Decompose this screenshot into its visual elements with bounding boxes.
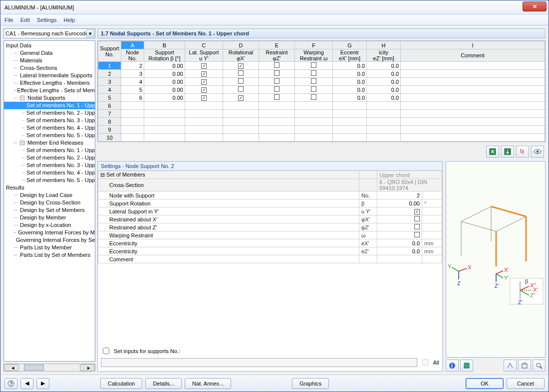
checkbox-icon[interactable]: ✓ <box>201 79 207 85</box>
view-2-icon[interactable] <box>518 360 531 372</box>
nav-tree[interactable]: Input Data General Data Materials Cross-… <box>3 40 95 362</box>
all-checkbox[interactable] <box>422 359 429 366</box>
col-H[interactable]: H <box>367 41 401 49</box>
tree-results[interactable]: Results <box>4 184 95 192</box>
col-G[interactable]: G <box>333 41 367 49</box>
graphics-button[interactable]: Graphics <box>292 378 329 389</box>
col-E[interactable]: E <box>259 41 295 49</box>
checkbox-icon[interactable] <box>274 86 279 92</box>
checkbox-icon[interactable] <box>238 78 244 84</box>
tree-input-data[interactable]: Input Data <box>4 42 95 49</box>
property-grid[interactable]: ⊟ Set of MembersUpper chord Cross-Sectio… <box>98 171 442 263</box>
tree-lis[interactable]: Lateral Intermediate Supports <box>4 72 95 79</box>
model-preview[interactable]: X Y Z X' Y' Z' <box>446 161 546 358</box>
checkbox-icon[interactable] <box>414 224 420 229</box>
chevron-down-icon[interactable]: ▾ <box>86 29 94 37</box>
tree-mer4[interactable]: Set of members No. 4 - Upp <box>4 169 95 177</box>
table-row[interactable]: 10 <box>98 134 545 142</box>
tree-ns3[interactable]: Set of members No. 3 - Upp <box>4 117 95 124</box>
excel-import-icon[interactable] <box>501 146 514 158</box>
table-row[interactable]: 120.00✓✓0.00.0 <box>98 62 545 70</box>
view-1-icon[interactable] <box>504 360 517 372</box>
checkbox-icon[interactable] <box>274 78 279 84</box>
table-row[interactable]: 9 <box>98 126 545 134</box>
checkbox-icon[interactable]: ✓ <box>414 209 420 214</box>
tree-r4[interactable]: Design by Member <box>4 214 95 221</box>
tree-eff-sets[interactable]: Effective Lengths - Sets of Mem <box>4 87 95 94</box>
set-inputs-field[interactable] <box>101 358 417 367</box>
checkbox-icon[interactable] <box>274 70 279 76</box>
checkbox-icon[interactable] <box>274 94 279 100</box>
table-row[interactable]: 340.00✓0.00.0 <box>98 78 545 86</box>
col-I[interactable]: I <box>401 41 545 49</box>
tree-r7[interactable]: Governing Internal Forces by Se <box>4 236 95 244</box>
scroll-thumb[interactable] <box>24 365 44 371</box>
prop-row[interactable]: Warping Restraintω <box>98 231 442 239</box>
checkbox-icon[interactable]: ✓ <box>201 71 207 77</box>
tree-ns1[interactable]: Set of members No. 1 - Upp <box>4 102 95 109</box>
table-row[interactable]: 6 <box>98 102 545 110</box>
checkbox-icon[interactable] <box>311 62 316 68</box>
checkbox-icon[interactable] <box>311 70 316 76</box>
checkbox-icon[interactable] <box>414 216 420 221</box>
tree-mer[interactable]: −Member End Releases <box>4 139 95 147</box>
scroll-left-icon[interactable]: ◂ <box>4 364 19 371</box>
set-inputs-checkbox[interactable] <box>103 348 109 354</box>
details-button[interactable]: Details... <box>145 378 182 389</box>
tree-cross-sections[interactable]: Cross-Sections <box>4 64 95 72</box>
tree-general-data[interactable]: General Data <box>4 49 95 57</box>
tree-r2[interactable]: Design by Cross-Section <box>4 199 95 206</box>
excel-export-icon[interactable] <box>486 146 499 158</box>
prop-set-of-members-label[interactable]: ⊟ Set of Members <box>98 171 359 179</box>
col-A[interactable]: A <box>121 41 144 49</box>
tree-r3[interactable]: Design by Set of Members <box>4 206 95 214</box>
tree-r9[interactable]: Parts List by Set of Members <box>4 251 95 259</box>
menu-settings[interactable]: Settings <box>37 17 57 23</box>
collapse-icon[interactable]: − <box>20 141 24 145</box>
collapse-icon[interactable]: − <box>20 96 24 100</box>
checkbox-icon[interactable]: ✓ <box>201 87 207 93</box>
load-case-combo[interactable]: CA1 - Bemessung nach Eurocode ▾ <box>3 28 95 38</box>
col-C[interactable]: C <box>185 41 223 49</box>
table-row[interactable]: 450.00✓0.00.0 <box>98 86 545 94</box>
tree-mer5[interactable]: Set of members No. 5 - Upp <box>4 177 95 184</box>
tree-nodal-supports[interactable]: −Nodal Supports <box>4 94 95 102</box>
checkbox-icon[interactable]: ✓ <box>201 95 207 101</box>
tree-r1[interactable]: Design by Load Case <box>4 192 95 199</box>
library-icon[interactable] <box>460 360 473 372</box>
calculation-button[interactable]: Calculation <box>100 378 142 389</box>
prop-row[interactable]: Comment <box>98 255 442 263</box>
cancel-button[interactable]: Cancel <box>507 378 545 389</box>
supports-grid[interactable]: SupportNo. A B C D E F G H I NodeNo. Sup… <box>97 40 546 142</box>
prop-row[interactable]: Lateral Support in Y'u Y'✓ <box>98 207 442 215</box>
tree-materials[interactable]: Materials <box>4 57 95 64</box>
next-icon[interactable]: ▶ <box>36 378 49 389</box>
tree-ns4[interactable]: Set of members No. 4 - Upp <box>4 124 95 132</box>
prev-icon[interactable]: ◀ <box>20 378 33 389</box>
close-button[interactable]: ✕ <box>523 1 547 11</box>
checkbox-icon[interactable]: ✓ <box>238 63 244 69</box>
menu-help[interactable]: Help <box>63 17 75 23</box>
checkbox-icon[interactable]: ✓ <box>238 95 244 101</box>
info-icon[interactable]: i <box>446 360 459 372</box>
help-icon[interactable]: ? <box>4 378 17 389</box>
prop-row[interactable]: Restrained about X'φX' <box>98 215 442 223</box>
prop-row[interactable]: Support Rotationβ0.00° <box>98 199 442 207</box>
prop-cross-section-label[interactable]: Cross-Section <box>98 179 359 192</box>
tree-ns5[interactable]: Set of members No. 5 - Upp <box>4 132 95 139</box>
prop-row[interactable]: Restrained about Z'φZ' <box>98 223 442 231</box>
ok-button[interactable]: OK <box>466 378 504 389</box>
tree-ns2[interactable]: Set of members No. 2 - Upp <box>4 109 95 117</box>
prop-row[interactable]: EccentricityeZ'0.0mm <box>98 247 442 255</box>
pick-icon[interactable] <box>516 146 529 158</box>
tree-mer3[interactable]: Set of members No. 3 - Upp <box>4 162 95 169</box>
checkbox-icon[interactable] <box>238 70 244 76</box>
tree-mer2[interactable]: Set of members No. 2 - Upp <box>4 154 95 162</box>
menu-edit[interactable]: Edit <box>20 17 30 23</box>
tree-r6[interactable]: Governing Internal Forces by M <box>4 229 95 236</box>
table-row[interactable]: 7 <box>98 110 545 118</box>
tree-r5[interactable]: Design by x-Location <box>4 221 95 229</box>
checkbox-icon[interactable] <box>311 94 316 100</box>
tree-mer1[interactable]: Set of members No. 1 - Upp <box>4 147 95 154</box>
table-row[interactable]: 8 <box>98 118 545 126</box>
